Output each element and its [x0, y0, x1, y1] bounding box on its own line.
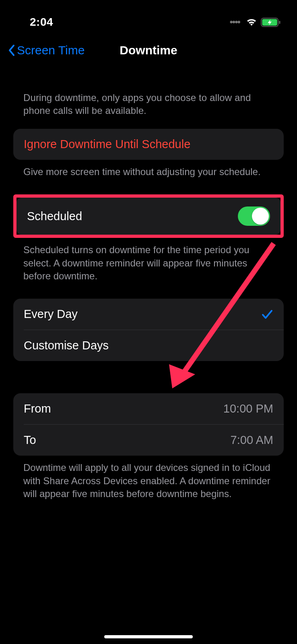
from-value: 10:00 PM: [223, 402, 273, 415]
scheduled-row: Scheduled: [16, 198, 280, 235]
ignore-footer: Give more screen time without adjusting …: [13, 160, 284, 178]
battery-charging-icon: [261, 17, 281, 27]
annotation-highlight: Scheduled: [13, 194, 284, 238]
back-label: Screen Time: [17, 43, 85, 57]
svg-rect-2: [279, 21, 280, 24]
ignore-downtime-label: Ignore Downtime Until Schedule: [24, 138, 190, 151]
nav-bar: Screen Time Downtime: [0, 32, 297, 69]
to-value: 7:00 AM: [231, 433, 273, 447]
ignore-downtime-button[interactable]: Ignore Downtime Until Schedule: [13, 129, 284, 160]
to-row[interactable]: To 7:00 AM: [24, 424, 284, 456]
from-label: From: [24, 402, 51, 415]
devices-footer: Downtime will apply to all your devices …: [13, 456, 284, 500]
ignore-group: Ignore Downtime Until Schedule: [13, 129, 284, 160]
every-day-row[interactable]: Every Day: [13, 299, 284, 330]
status-bar: 2:04 ••••: [0, 0, 297, 32]
customise-days-row[interactable]: Customise Days: [24, 330, 284, 361]
signal-dots-icon: ••••: [229, 17, 240, 28]
toggle-knob: [252, 208, 269, 225]
status-time: 2:04: [30, 16, 53, 29]
days-group: Every Day Customise Days: [13, 299, 284, 361]
intro-description: During downtime, only apps you choose to…: [13, 69, 284, 129]
home-indicator[interactable]: [104, 635, 193, 638]
wifi-icon: [245, 18, 258, 27]
to-label: To: [24, 433, 36, 447]
scheduled-group: Scheduled: [16, 198, 280, 235]
page-title: Downtime: [120, 43, 177, 57]
status-right: ••••: [229, 17, 281, 28]
from-row[interactable]: From 10:00 PM: [13, 393, 284, 424]
customise-days-label: Customise Days: [24, 339, 109, 352]
back-button[interactable]: Screen Time: [8, 43, 85, 57]
scheduled-label: Scheduled: [27, 210, 82, 223]
checkmark-icon: [261, 308, 273, 320]
time-group: From 10:00 PM To 7:00 AM: [13, 393, 284, 456]
every-day-label: Every Day: [24, 308, 78, 321]
scheduled-footer: Scheduled turns on downtime for the time…: [13, 238, 284, 283]
scheduled-toggle[interactable]: [238, 206, 270, 226]
chevron-left-icon: [8, 44, 15, 56]
